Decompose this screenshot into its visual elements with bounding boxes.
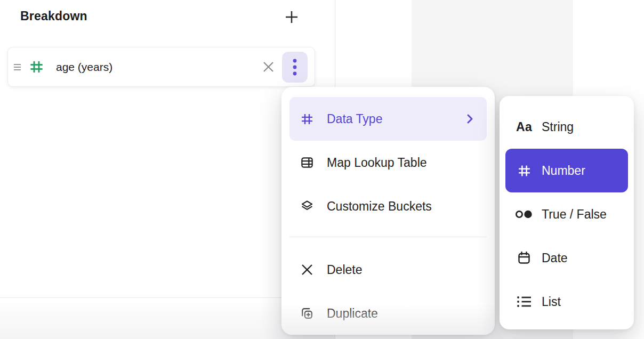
table-icon <box>300 156 314 170</box>
breakdown-field-card: age (years) <box>7 47 315 87</box>
menu-item-duplicate[interactable]: Duplicate <box>289 292 487 335</box>
menu-item-label: Duplicate <box>327 306 475 321</box>
field-menu-button[interactable] <box>282 52 308 83</box>
menu-item-customize-buckets[interactable]: Customize Buckets <box>289 184 487 228</box>
duplicate-plus-icon <box>300 306 314 321</box>
page-title: Breakdown <box>20 9 87 23</box>
string-aa-icon: Aa <box>513 119 535 134</box>
submenu-item-number[interactable]: Number <box>505 149 628 192</box>
menu-divider <box>289 237 487 237</box>
drag-handle-icon[interactable] <box>13 62 22 72</box>
list-icon <box>513 294 535 309</box>
submenu-item-true-false[interactable]: True / False <box>505 192 628 236</box>
menu-item-label: Data Type <box>327 112 464 126</box>
submenu-item-label: Date <box>542 251 568 265</box>
field-label: age (years) <box>56 61 259 74</box>
boolean-circles-icon <box>513 207 535 222</box>
hash-icon <box>300 112 314 126</box>
data-type-submenu: Aa String Number True / False <box>500 96 634 329</box>
submenu-item-date[interactable]: Date <box>505 236 628 280</box>
field-context-menu: Data Type Map Lookup Table <box>281 87 495 335</box>
menu-item-label: Customize Buckets <box>327 199 475 214</box>
submenu-item-label: List <box>542 295 561 309</box>
add-breakdown-button[interactable] <box>283 8 301 26</box>
submenu-item-label: String <box>542 120 574 134</box>
submenu-item-string[interactable]: Aa String <box>505 105 628 149</box>
hash-icon <box>513 163 535 178</box>
layers-icon <box>300 199 314 214</box>
app-canvas: Breakdown age (years) <box>0 0 644 339</box>
menu-item-label: Map Lookup Table <box>327 156 475 170</box>
menu-item-data-type[interactable]: Data Type <box>289 97 487 141</box>
submenu-item-list[interactable]: List <box>505 280 628 324</box>
submenu-item-label: True / False <box>542 207 607 222</box>
menu-item-label: Delete <box>327 263 475 277</box>
submenu-item-label: Number <box>542 164 585 178</box>
menu-item-delete[interactable]: Delete <box>289 248 487 292</box>
kebab-dots-icon <box>292 58 297 76</box>
plus-icon <box>284 9 300 25</box>
x-icon <box>300 263 314 277</box>
remove-field-button[interactable] <box>259 58 278 77</box>
menu-item-map-lookup-table[interactable]: Map Lookup Table <box>289 141 487 184</box>
chevron-right-icon <box>464 113 475 125</box>
calendar-icon <box>513 251 535 265</box>
x-icon <box>261 60 276 74</box>
hash-icon <box>29 59 44 75</box>
